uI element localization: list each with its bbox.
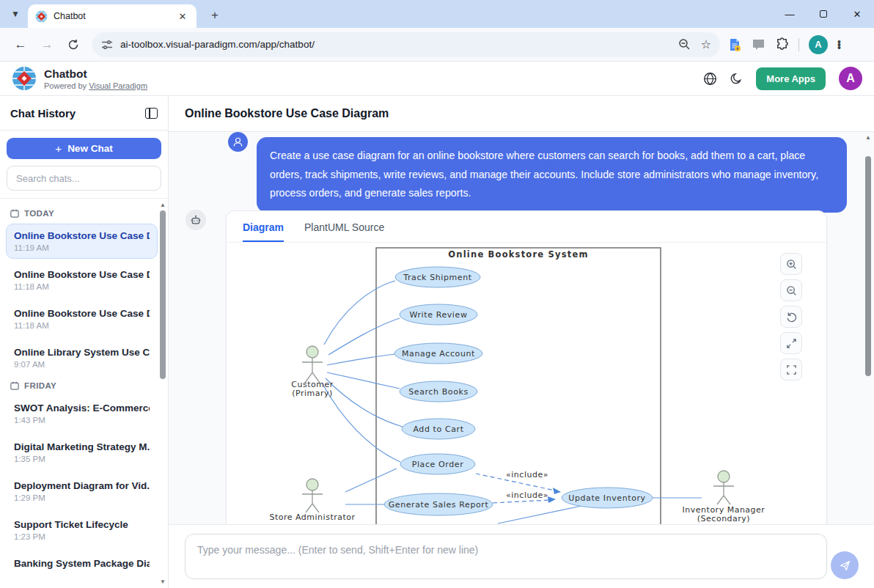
forward-icon[interactable]: →	[36, 34, 58, 56]
chat-list-item[interactable]: Banking System Package Dia...	[6, 551, 158, 576]
chat-list-item[interactable]: Deployment Diagram for Vid... 1:29 PM	[6, 474, 158, 509]
actor-stereotype: (Primary)	[292, 389, 333, 398]
search-chats-input[interactable]	[7, 166, 161, 191]
message-input[interactable]	[185, 534, 827, 579]
plus-icon: +	[55, 142, 62, 155]
include-label: «include»	[506, 490, 548, 500]
browser-tab[interactable]: Chatbot ✕	[28, 4, 197, 28]
new-chat-button[interactable]: + New Chat	[7, 138, 161, 159]
use-case-label[interactable]: Write Review	[410, 310, 468, 320]
conversation-header: Online Bookstore Use Case Diagram	[169, 96, 874, 132]
chat-list-item[interactable]: Online Library System Use C... 9:07 AM	[6, 340, 158, 375]
section-today: TODAY	[10, 209, 158, 218]
tab-favicon	[35, 10, 48, 23]
chat-list-item[interactable]: Online Bookstore Use Case D... 11:19 AM	[6, 224, 158, 259]
chat-list-item[interactable]: Online Bookstore Use Case D... 11:18 AM	[6, 301, 158, 337]
zoom-in-button[interactable]	[780, 253, 802, 275]
fit-to-screen-button[interactable]	[780, 332, 802, 354]
window-maximize-button[interactable]	[807, 0, 840, 28]
assistant-avatar	[186, 210, 206, 230]
url-text[interactable]: ai-toolbox.visual-paradigm.com/app/chatb…	[120, 39, 678, 50]
chat-list-item[interactable]: SWOT Analysis: E-Commerce... 1:43 PM	[6, 396, 158, 431]
window-controls: — ✕	[773, 0, 874, 28]
tab-diagram[interactable]: Diagram	[243, 221, 284, 242]
use-case-diagram: Online Bookstore System	[227, 243, 826, 524]
app-title: Chatbot	[44, 67, 147, 81]
address-bar[interactable]: ai-toolbox.visual-paradigm.com/app/chatb…	[92, 32, 720, 57]
bookmark-star-icon[interactable]: ☆	[701, 37, 711, 51]
tab-close-icon[interactable]: ✕	[176, 10, 189, 23]
scroll-up-icon[interactable]: ▲	[160, 202, 166, 208]
system-title: Online Bookstore System	[448, 249, 588, 260]
powered-by: Powered by Visual Paradigm	[44, 81, 147, 90]
diagram-card: Diagram PlantUML Source Online Bookstore…	[226, 210, 827, 524]
docs-extension-icon[interactable]	[727, 37, 742, 52]
zoom-out-page-icon[interactable]	[678, 38, 691, 51]
use-case-label[interactable]: Search Books	[408, 387, 469, 397]
actor-customer[interactable]	[302, 346, 323, 383]
visual-paradigm-logo	[12, 66, 37, 91]
use-case-label[interactable]: Track Shipment	[403, 273, 472, 282]
calendar-icon	[10, 209, 19, 218]
actor-stereotype: (Secondary)	[697, 514, 750, 523]
language-globe-icon[interactable]	[703, 72, 717, 86]
user-message-avatar	[228, 132, 248, 152]
browser-profile-avatar[interactable]: A	[809, 35, 828, 54]
browser-toolbar: ← → ai-toolbox.visual-paradigm.com/app/c…	[0, 28, 874, 62]
fullscreen-button[interactable]	[780, 359, 802, 381]
chat-list-item[interactable]: Support Ticket Lifecycle 1:23 PM	[6, 512, 158, 548]
person-icon	[232, 136, 243, 147]
robot-icon	[190, 214, 202, 226]
sidebar-collapse-icon[interactable]	[145, 108, 158, 119]
use-case-label[interactable]: Update Inventory	[568, 493, 645, 503]
zoom-out-button[interactable]	[780, 279, 802, 301]
use-case-label[interactable]: Add to Cart	[413, 425, 463, 434]
browser-titlebar: ▼ Chatbot ✕ + — ✕	[0, 0, 874, 28]
page-title: Online Bookstore Use Case Diagram	[185, 107, 389, 120]
back-icon[interactable]: ←	[10, 34, 32, 56]
use-case-label[interactable]: Place Order	[412, 460, 464, 469]
window-close-button[interactable]: ✕	[840, 0, 874, 28]
visual-paradigm-link[interactable]: Visual Paradigm	[89, 81, 147, 90]
site-settings-icon[interactable]	[101, 39, 113, 51]
diagram-canvas[interactable]: Online Bookstore System	[227, 243, 826, 524]
browser-menu-icon[interactable]: •••	[837, 40, 841, 49]
extensions-puzzle-icon[interactable]	[775, 37, 789, 51]
use-case-label[interactable]: Manage Account	[402, 349, 475, 359]
chat-list-item[interactable]: Digital Marketing Strategy M... 1:35 PM	[6, 435, 158, 470]
reset-view-button[interactable]	[780, 306, 802, 328]
tab-plantuml-source[interactable]: PlantUML Source	[304, 221, 384, 242]
window-minimize-button[interactable]: —	[773, 0, 807, 28]
comment-icon[interactable]	[752, 37, 765, 51]
reload-icon[interactable]	[62, 34, 84, 56]
sidebar-scrollbar[interactable]: ▲ ▼	[158, 199, 167, 588]
new-tab-button[interactable]: +	[205, 6, 224, 25]
actor-inventory-manager[interactable]	[713, 471, 734, 504]
chat-history-sidebar: Chat History + New Chat TODAY Online Boo…	[0, 96, 169, 588]
chat-list: TODAY Online Bookstore Use Case D... 11:…	[0, 198, 168, 588]
diagram-zoom-controls	[780, 253, 802, 381]
actor-store-administrator[interactable]	[302, 479, 323, 512]
more-apps-button[interactable]: More Apps	[756, 67, 826, 90]
scroll-up-icon[interactable]: ▲	[865, 134, 871, 141]
use-case-label[interactable]: Generate Sales Report	[389, 500, 489, 510]
scroll-down-icon[interactable]: ▼	[160, 578, 166, 585]
user-avatar[interactable]: A	[839, 67, 862, 90]
scrollbar-thumb[interactable]	[160, 210, 166, 379]
main-panel: Online Bookstore Use Case Diagram Create…	[169, 96, 874, 588]
actor-label: Store Administrator	[269, 512, 355, 522]
tab-bar: Diagram PlantUML Source	[227, 211, 826, 243]
paper-plane-icon	[839, 559, 851, 572]
tab-search-chevron-icon[interactable]: ▼	[6, 4, 25, 23]
dark-mode-moon-icon[interactable]	[730, 73, 743, 85]
send-button[interactable]	[831, 551, 859, 579]
scrollbar-thumb[interactable]	[865, 156, 871, 376]
sidebar-title: Chat History	[10, 107, 76, 120]
toolbar-separator	[798, 38, 799, 51]
include-label: «include»	[506, 470, 548, 479]
chat-list-item[interactable]: Online Bookstore Use Case D... 11:18 AM	[6, 262, 158, 298]
main-scrollbar[interactable]: ▲	[864, 132, 873, 524]
user-message-bubble: Create a use case diagram for an online …	[257, 137, 847, 213]
section-friday: FRIDAY	[10, 381, 158, 390]
message-composer	[169, 524, 874, 588]
